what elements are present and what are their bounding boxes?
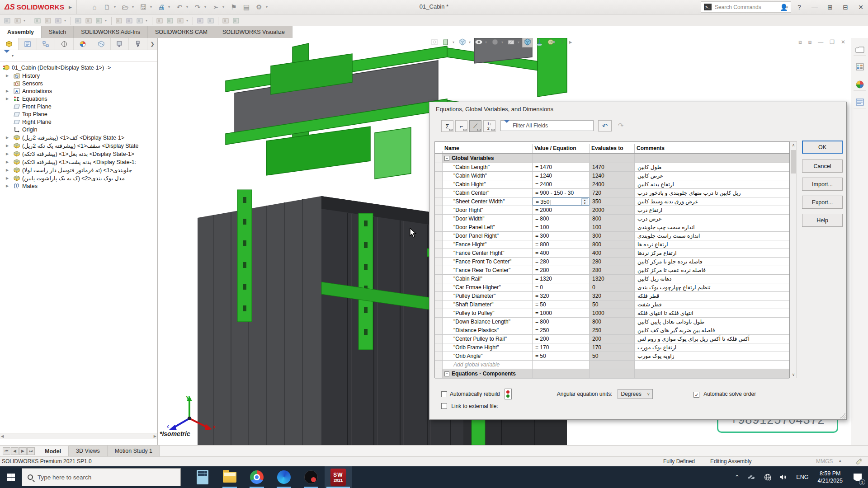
comment-cell[interactable]: فاصله بين ضربه گير هاى كف كابين [635, 326, 789, 334]
variable-row[interactable]: "Fance Rear To Center"= 280280فاصله نرده… [435, 266, 789, 275]
variable-value-cell[interactable]: = 1470 [533, 163, 590, 171]
variable-name-cell[interactable]: "Cabin Center" [443, 189, 533, 197]
notification-center-button[interactable]: 1 [847, 466, 868, 488]
row-handle[interactable] [435, 369, 443, 378]
assembly-toolbar-icon-1[interactable] [3, 16, 12, 25]
comment-cell[interactable]: ريل كابين تا درب منهاى جلوبندى و بادخور … [635, 189, 789, 197]
open-documents-icon[interactable] [854, 43, 866, 56]
expand-arrow-icon[interactable]: ▶ [4, 74, 11, 78]
variable-row[interactable]: "Door Hight"= 20002000ارتفاع درب [435, 206, 789, 215]
language-indicator[interactable]: ENG [796, 474, 808, 480]
tree-item[interactable]: Sensors [0, 80, 157, 87]
row-handle[interactable] [435, 258, 443, 266]
variable-value-cell[interactable]: = 900 - 150 - 30 [533, 189, 590, 197]
auto-rebuild-checkbox[interactable] [441, 391, 447, 397]
row-handle[interactable] [435, 189, 443, 197]
variable-row[interactable]: "Shaft Diameter"= 5050قطر شفت [435, 300, 789, 309]
variable-value-cell[interactable]: = 350▲▼ [533, 197, 590, 206]
print-button[interactable]: 🖨 [156, 2, 167, 13]
variable-row[interactable]: "Car Frmae Higher"= 00تنظيم ارتفاع چهارچ… [435, 283, 789, 292]
expand-arrow-icon[interactable]: ▶ [4, 176, 11, 180]
propertymanager-tab[interactable] [19, 38, 37, 50]
row-handle[interactable] [435, 266, 443, 274]
scroll-right-icon[interactable]: ▶ [154, 434, 156, 438]
network-globe-icon[interactable] [764, 474, 771, 481]
row-handle[interactable] [435, 154, 443, 163]
tab-solidworks-cam[interactable]: SOLIDWORKS CAM [148, 26, 215, 38]
row-handle[interactable] [435, 292, 443, 300]
variable-value-cell[interactable]: = 100 [533, 223, 590, 231]
assembly-toolbar-icon-12[interactable] [155, 16, 164, 25]
row-handle[interactable] [435, 180, 443, 188]
start-button[interactable] [0, 466, 22, 488]
tree-item[interactable]: Top Plane [0, 110, 157, 118]
variable-name-cell[interactable]: "Cabin Length" [443, 163, 533, 171]
open-button[interactable]: 🗁 [119, 2, 131, 13]
row-handle[interactable] [435, 300, 443, 309]
pane-right-icon[interactable]: ⧈ [808, 39, 812, 45]
variable-value-cell[interactable]: = 800 [533, 215, 590, 223]
tree-item[interactable]: ▶مدل يوک بندى<2> (ک يه يک پاراشوت پايين) [0, 174, 157, 182]
design-library-icon[interactable] [854, 61, 866, 73]
row-handle[interactable] [435, 283, 443, 291]
row-handle[interactable] [435, 240, 443, 249]
assembly-toolbar-icon-7[interactable] [84, 16, 93, 25]
view-tab-motion-study-1[interactable]: Motion Study 1 [108, 446, 160, 456]
comment-cell[interactable]: اندازه سمت راست جلوبندى [635, 232, 789, 240]
user-account-icon[interactable]: 👤 [778, 2, 789, 13]
scroll-down-icon[interactable]: ∨ [790, 372, 797, 377]
section-view-icon[interactable] [441, 38, 452, 47]
redo-button[interactable]: ↷ [192, 2, 203, 13]
dimxpertmanager-tab[interactable] [55, 38, 74, 50]
column-header[interactable]: Evaluates to [590, 144, 635, 153]
tabs-overflow-icon[interactable]: ❯ [147, 38, 157, 50]
row-handle[interactable] [435, 163, 443, 171]
variable-row[interactable]: "Fance Hight"= 800800ارتفاع نرده ها [435, 240, 789, 249]
ok-button[interactable]: OK [802, 141, 843, 154]
comment-cell[interactable]: طول كابين [635, 163, 789, 171]
row-handle[interactable] [435, 335, 443, 343]
tab-first-icon[interactable]: ⏮ [3, 447, 10, 455]
dialog-redo-button[interactable]: ↷ [614, 120, 627, 131]
scroll-up-icon[interactable]: ∧ [790, 143, 797, 147]
expand-arrow-icon[interactable]: ▶ [4, 160, 11, 164]
doc-minimize-icon[interactable]: — [818, 39, 823, 45]
row-handle[interactable] [435, 215, 443, 223]
taskbar-app-file-explorer[interactable] [216, 466, 243, 488]
taskbar-app-calculator[interactable] [189, 466, 216, 488]
dialog-undo-button[interactable]: ↶ [598, 120, 612, 131]
comment-cell[interactable]: ارتفاع يوک مورب [635, 343, 789, 352]
tab-assembly[interactable]: Assembly [0, 26, 42, 38]
add-variable-cell[interactable]: Add global variable [443, 361, 533, 369]
comment-cell[interactable]: اندازه سمت چپ جلوبندى [635, 223, 789, 231]
column-header[interactable]: Name [443, 144, 533, 153]
row-handle[interactable] [435, 232, 443, 240]
window-layout-button[interactable]: ⊟ [840, 2, 851, 13]
variable-value-cell[interactable]: = 1000 [533, 309, 590, 317]
export-button[interactable]: Export... [802, 196, 843, 209]
select-button[interactable]: ➢ [210, 2, 222, 13]
scroll-left-icon[interactable]: ◀ [1, 434, 4, 438]
variable-name-cell[interactable]: "Cabin Width" [443, 172, 533, 180]
tree-horizontal-scrollbar[interactable]: ◀ ▶ [0, 433, 157, 439]
variable-row[interactable]: "Cabin Center"= 900 - 150 - 30720ريل كاب… [435, 189, 789, 197]
close-button[interactable]: ✕ [855, 2, 866, 13]
expand-arrow-icon[interactable]: ▶ [4, 89, 11, 93]
variable-row[interactable]: "Cabin Length"= 14701470طول كابين [435, 163, 789, 172]
tab-scroll-buttons[interactable]: ⏮ ◀ ▶ ⏭ [0, 446, 38, 456]
variable-value-cell[interactable]: = 50 [533, 300, 590, 309]
group-label-cell[interactable]: −Equations - Components [443, 369, 533, 378]
tree-item[interactable]: ▶بدنه پشت<1> (پیشرفته 3تكه) <Display Sta… [0, 158, 157, 166]
tree-item[interactable]: ▶ΣEquations [0, 95, 157, 103]
variable-name-cell[interactable]: "Door Panel Left" [443, 223, 533, 231]
variable-value-cell[interactable]: = 250 [533, 326, 590, 334]
value-spinner[interactable]: ▲▼ [581, 198, 588, 206]
variable-value-cell[interactable]: = 800 [533, 240, 590, 249]
undo-button[interactable]: ↶ [174, 2, 185, 13]
variable-value-cell[interactable]: = 1240 [533, 172, 590, 180]
display-style-icon[interactable] [457, 38, 468, 47]
status-units-caret-icon[interactable]: ▴ [839, 458, 841, 463]
variable-row[interactable]: "Sheet Center Width"= 350▲▼350عرض ورق بد… [435, 197, 789, 206]
configurationmanager-tab[interactable] [37, 38, 56, 50]
pane-left-icon[interactable]: ⧈ [798, 39, 802, 45]
